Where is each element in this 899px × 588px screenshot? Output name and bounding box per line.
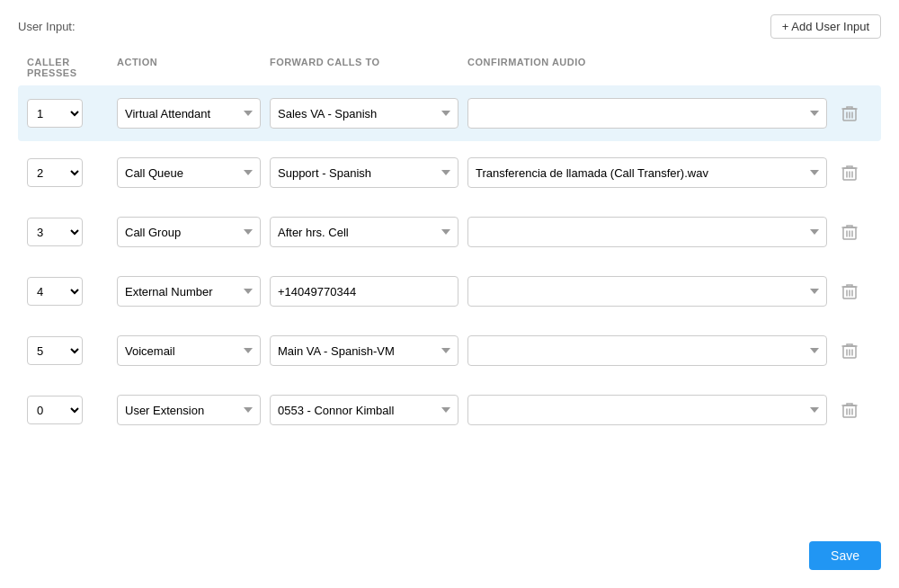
table-header: Caller Presses Action Forward Calls To C… xyxy=(18,57,881,78)
trash-icon xyxy=(841,282,858,300)
delete-row-button[interactable] xyxy=(836,218,863,245)
forward-calls-to-select[interactable]: 0553 - Connor Kimball xyxy=(270,395,458,425)
caller-presses-cell: 0123456789 xyxy=(27,99,117,128)
forward-calls-to-cell: Main VA - Spanish-VM xyxy=(270,335,458,366)
table-row: 0123456789Virtual AttendantCall QueueCal… xyxy=(18,382,881,438)
rows-container: 0123456789Virtual AttendantCall QueueCal… xyxy=(18,85,881,438)
forward-calls-to-cell: After hrs. Cell xyxy=(270,217,458,247)
table-row: 0123456789Virtual AttendantCall QueueCal… xyxy=(18,85,881,141)
col-caller-presses: Caller Presses xyxy=(27,57,117,78)
action-cell: Virtual AttendantCall QueueCall GroupExt… xyxy=(117,157,261,188)
page-container: User Input: + Add User Input Caller Pres… xyxy=(0,0,899,588)
trash-icon xyxy=(841,342,858,360)
col-confirmation-audio: Confirmation Audio xyxy=(467,57,836,78)
confirmation-audio-select[interactable] xyxy=(467,395,827,425)
delete-cell xyxy=(836,218,872,245)
action-cell: Virtual AttendantCall QueueCall GroupExt… xyxy=(117,217,261,247)
caller-presses-select[interactable]: 0123456789 xyxy=(27,396,83,424)
col-actions-placeholder xyxy=(836,57,872,78)
confirmation-audio-select[interactable]: Transferencia de llamada (Call Transfer)… xyxy=(467,157,827,188)
delete-row-button[interactable] xyxy=(836,100,863,127)
action-select[interactable]: Virtual AttendantCall QueueCall GroupExt… xyxy=(117,98,261,129)
trash-icon xyxy=(841,164,858,182)
confirmation-audio-select[interactable] xyxy=(467,217,827,247)
action-cell: Virtual AttendantCall QueueCall GroupExt… xyxy=(117,98,261,129)
forward-calls-to-cell: Sales VA - SpanishSales Spanish xyxy=(270,98,458,129)
delete-row-button[interactable] xyxy=(836,159,863,186)
top-bar: User Input: + Add User Input xyxy=(18,14,881,39)
user-input-label: User Input: xyxy=(18,20,76,33)
action-select[interactable]: Virtual AttendantCall QueueCall GroupExt… xyxy=(117,217,261,247)
caller-presses-cell: 0123456789 xyxy=(27,336,117,365)
delete-row-button[interactable] xyxy=(836,278,863,305)
delete-cell xyxy=(836,278,872,305)
trash-icon xyxy=(841,104,858,122)
delete-cell xyxy=(836,396,872,423)
action-select[interactable]: Virtual AttendantCall QueueCall GroupExt… xyxy=(117,395,261,425)
row-5: 0123456789Virtual AttendantCall QueueCal… xyxy=(18,323,881,379)
caller-presses-select[interactable]: 0123456789 xyxy=(27,99,83,128)
confirmation-audio-cell xyxy=(467,98,836,129)
forward-calls-to-cell xyxy=(270,276,458,307)
row-0: 0123456789Virtual AttendantCall QueueCal… xyxy=(18,382,881,438)
caller-presses-select[interactable]: 0123456789 xyxy=(27,277,83,306)
action-select[interactable]: Virtual AttendantCall QueueCall GroupExt… xyxy=(117,157,261,188)
table-row: 0123456789Virtual AttendantCall QueueCal… xyxy=(18,323,881,379)
delete-row-button[interactable] xyxy=(836,337,863,364)
forward-calls-to-select[interactable]: Sales VA - SpanishSales Spanish xyxy=(270,98,458,129)
caller-presses-cell: 0123456789 xyxy=(27,396,117,424)
confirmation-audio-cell xyxy=(467,395,836,425)
row-3: 0123456789Virtual AttendantCall QueueCal… xyxy=(18,204,881,260)
forward-calls-to-select[interactable]: Main VA - Spanish-VM xyxy=(270,335,458,366)
confirmation-audio-cell: Transferencia de llamada (Call Transfer)… xyxy=(467,157,836,188)
confirmation-audio-cell xyxy=(467,335,836,366)
action-cell: Virtual AttendantCall QueueCall GroupExt… xyxy=(117,276,261,307)
confirmation-audio-select[interactable] xyxy=(467,335,827,366)
caller-presses-cell: 0123456789 xyxy=(27,218,117,246)
col-action: Action xyxy=(117,57,270,78)
action-select[interactable]: Virtual AttendantCall QueueCall GroupExt… xyxy=(117,335,261,366)
row-4: 0123456789Virtual AttendantCall QueueCal… xyxy=(18,263,881,319)
confirmation-audio-select[interactable] xyxy=(467,98,827,129)
table-row: 0123456789Virtual AttendantCall QueueCal… xyxy=(18,204,881,260)
confirmation-audio-select[interactable] xyxy=(467,276,827,307)
forward-calls-to-cell: 0553 - Connor Kimball xyxy=(270,395,458,425)
confirmation-audio-cell xyxy=(467,276,836,307)
trash-icon xyxy=(841,223,858,241)
caller-presses-select[interactable]: 0123456789 xyxy=(27,218,83,246)
caller-presses-cell: 0123456789 xyxy=(27,158,117,187)
col-forward-calls-to: Forward Calls To xyxy=(270,57,467,78)
delete-cell xyxy=(836,337,872,364)
action-select[interactable]: Virtual AttendantCall QueueCall GroupExt… xyxy=(117,276,261,307)
forward-calls-to-select[interactable]: After hrs. Cell xyxy=(270,217,458,247)
delete-row-button[interactable] xyxy=(836,396,863,423)
table-row: 0123456789Virtual AttendantCall QueueCal… xyxy=(18,263,881,319)
forward-calls-to-select[interactable]: Support - Spanish xyxy=(270,157,458,188)
row-2: 0123456789Virtual AttendantCall QueueCal… xyxy=(18,145,881,200)
delete-cell xyxy=(836,159,872,186)
forward-calls-to-input[interactable] xyxy=(270,276,458,307)
table-row: 0123456789Virtual AttendantCall QueueCal… xyxy=(18,145,881,200)
confirmation-audio-cell xyxy=(467,217,836,247)
delete-cell xyxy=(836,100,872,127)
forward-calls-to-cell: Support - Spanish xyxy=(270,157,458,188)
trash-icon xyxy=(841,401,858,419)
save-button[interactable]: Save xyxy=(809,541,881,570)
row-1: 0123456789Virtual AttendantCall QueueCal… xyxy=(18,85,881,141)
caller-presses-select[interactable]: 0123456789 xyxy=(27,158,83,187)
caller-presses-select[interactable]: 0123456789 xyxy=(27,336,83,365)
action-cell: Virtual AttendantCall QueueCall GroupExt… xyxy=(117,395,261,425)
caller-presses-cell: 0123456789 xyxy=(27,277,117,306)
add-user-input-button[interactable]: + Add User Input xyxy=(770,14,881,39)
action-cell: Virtual AttendantCall QueueCall GroupExt… xyxy=(117,335,261,366)
